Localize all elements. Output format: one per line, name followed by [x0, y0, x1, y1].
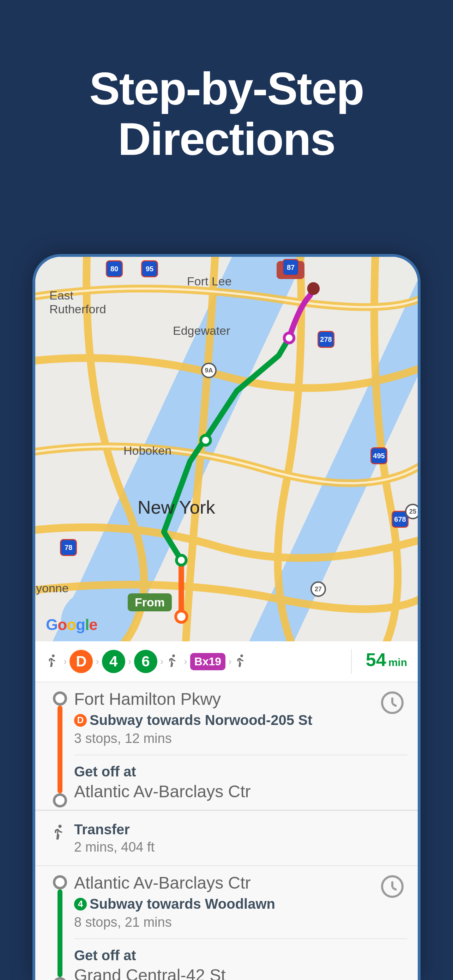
google-attribution: Google	[46, 616, 97, 633]
eta-value: 54	[366, 649, 386, 670]
clock-icon[interactable]	[381, 875, 404, 898]
map-from-pill: From	[128, 593, 172, 611]
station-dot-icon	[53, 977, 67, 980]
svg-point-3	[285, 333, 294, 343]
map-place-yonne: yonne	[36, 581, 69, 595]
eta: 54 min	[351, 649, 407, 674]
transfer-title: Transfer	[74, 822, 154, 837]
route-badge-27: 27	[310, 581, 326, 597]
svg-point-4	[309, 284, 319, 294]
promo-headline: Step-by-Step Directions	[0, 0, 453, 164]
map-place-fort-lee: Fort Lee	[187, 274, 232, 288]
svg-point-6	[172, 654, 175, 657]
subway-direction: Subway towards Norwood-205 St	[90, 712, 312, 728]
map-place-east-rutherford: East Rutherford	[49, 289, 106, 316]
station-dot-icon	[53, 793, 67, 808]
transfer-meta: 2 mins, 404 ft	[74, 840, 154, 855]
walk-icon	[46, 822, 74, 843]
svg-point-1	[176, 555, 186, 565]
station-dot-icon	[53, 875, 67, 889]
chevron-right-icon: ›	[228, 656, 231, 667]
interstate-shield-278: 278	[318, 331, 334, 348]
ride-meta: 3 stops, 12 mins	[74, 731, 374, 746]
interstate-shield-495: 495	[370, 447, 387, 464]
line-mini-badge-d: D	[74, 714, 87, 727]
map-place-hoboken: Hoboken	[124, 444, 172, 458]
svg-point-2	[201, 435, 211, 445]
line-badge-d: D	[70, 650, 93, 673]
interstate-shield-80: 80	[106, 260, 123, 277]
eta-unit: min	[388, 657, 407, 668]
subway-direction: Subway towards Woodlawn	[90, 896, 275, 912]
map-view[interactable]: To From New York East Rutherford Fort Le…	[35, 257, 418, 641]
interstate-shield-95: 95	[141, 260, 158, 277]
svg-point-8	[58, 825, 61, 828]
get-off-label: Get off at	[74, 764, 407, 780]
chevron-right-icon: ›	[160, 656, 163, 667]
get-off-label: Get off at	[74, 948, 407, 963]
ride-segment[interactable]: Fort Hamilton Pkwy D Subway towards Norw…	[35, 682, 418, 810]
ride-segment[interactable]: Atlantic Av-Barclays Ctr 4 Subway toward…	[35, 866, 418, 980]
headline-line-2: Directions	[0, 114, 453, 164]
chevron-right-icon: ›	[184, 656, 187, 667]
line-mini-badge-4: 4	[74, 898, 87, 910]
board-station: Atlantic Av-Barclays Ctr	[74, 873, 374, 892]
svg-point-7	[241, 654, 243, 657]
line-badge-6: 6	[134, 650, 157, 673]
chevron-right-icon: ›	[95, 656, 99, 667]
transfer-segment[interactable]: Transfer 2 mins, 404 ft	[35, 810, 418, 866]
line-bar	[57, 889, 62, 977]
interstate-shield-87: 87	[282, 259, 299, 276]
headline-line-1: Step-by-Step	[0, 64, 453, 114]
ride-meta: 8 stops, 21 mins	[74, 915, 374, 930]
map-city-label: New York	[138, 497, 215, 518]
walk-icon	[46, 653, 61, 670]
map-place-edgewater: Edgewater	[173, 324, 230, 337]
svg-point-5	[52, 654, 55, 657]
route-badge-9a: 9A	[201, 363, 217, 378]
station-dot-icon	[53, 691, 67, 706]
walk-icon	[234, 653, 249, 670]
walk-icon	[166, 653, 181, 670]
interstate-shield-78: 78	[60, 539, 77, 556]
get-off-station: Grand Central-42 St	[74, 966, 407, 980]
line-badge-4: 4	[102, 650, 125, 673]
get-off-station: Atlantic Av-Barclays Ctr	[74, 782, 407, 810]
bus-badge-bx19: Bx19	[190, 653, 226, 670]
board-station: Fort Hamilton Pkwy	[74, 689, 374, 709]
route-badge-25: 25	[405, 504, 418, 519]
chevron-right-icon: ›	[64, 656, 67, 667]
route-summary-bar[interactable]: › D › 4 › 6 › › Bx19 › 54 min	[35, 641, 418, 682]
svg-point-0	[176, 611, 187, 622]
line-bar	[57, 706, 62, 793]
clock-icon[interactable]	[381, 691, 404, 714]
chevron-right-icon: ›	[128, 656, 131, 667]
route-chips: › D › 4 › 6 › › Bx19 ›	[46, 650, 249, 673]
phone-frame: To From New York East Rutherford Fort Le…	[32, 254, 421, 980]
steps-list[interactable]: Fort Hamilton Pkwy D Subway towards Norw…	[35, 682, 418, 980]
